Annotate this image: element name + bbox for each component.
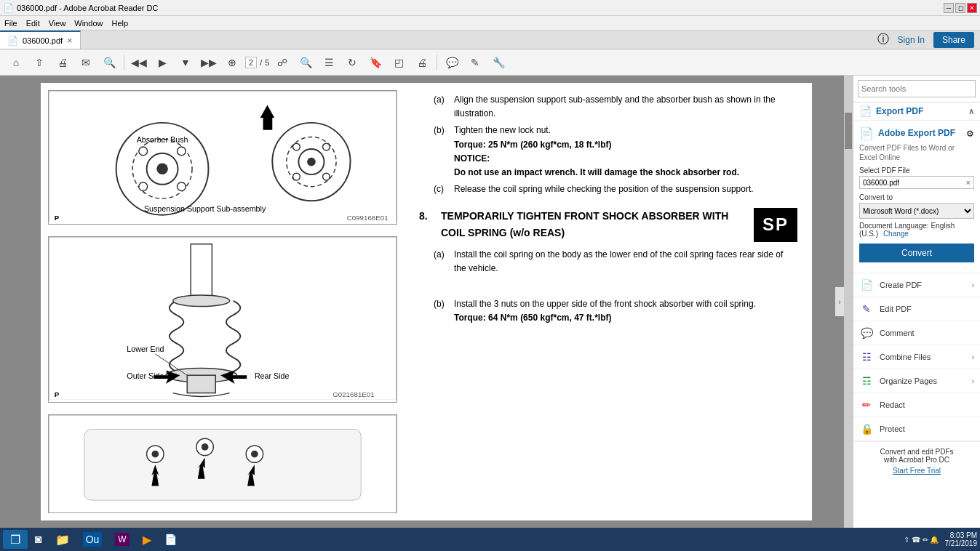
zoom-actual-button[interactable]: 🔍	[295, 52, 316, 73]
start-trial-link[interactable]: Start Free Trial	[859, 467, 974, 475]
email-button[interactable]: ✉	[76, 52, 96, 73]
menu-item-help[interactable]: Help	[111, 19, 128, 28]
first-page-button[interactable]: ◀◀	[129, 52, 149, 73]
menu-item-file[interactable]: File	[4, 19, 17, 28]
combine-files-icon: ☷	[859, 350, 874, 364]
print2-button[interactable]: 🖨	[412, 52, 432, 73]
help-icon[interactable]: ⓘ	[877, 32, 889, 47]
taskbar-folder[interactable]: 📁	[49, 530, 76, 549]
tab-label: 036000.pdf	[23, 36, 63, 45]
sidebar-edit-pdf[interactable]: ✎ Edit PDF	[853, 297, 980, 321]
search-tools-input[interactable]	[858, 80, 976, 97]
tab-close-button[interactable]: ×	[67, 35, 73, 46]
prev-page-button[interactable]: ▶	[152, 52, 172, 73]
taskbar-chrome[interactable]: ◙	[29, 530, 48, 549]
page-view-button[interactable]: ◰	[389, 52, 409, 73]
export-pdf-header[interactable]: 📄 Export PDF ∧	[853, 102, 980, 121]
outlook-icon: Ou	[83, 532, 103, 547]
rotate-button[interactable]: ↻	[342, 52, 362, 73]
svg-rect-23	[191, 244, 212, 301]
zoom-fit-button[interactable]: ☍	[272, 52, 292, 73]
taskbar-right: ⇧ ☎ ✏ 🔔 8:03 PM 7/21/2019	[904, 531, 977, 547]
taskbar: ❐ ◙ 📁 Ou W ▶ 📄 ⇧ ☎ ✏ 🔔 8:03 PM 7/21/2019	[0, 528, 980, 551]
zoom-in-button[interactable]: ⊕	[222, 52, 242, 73]
back-button[interactable]: ⇧	[29, 52, 49, 73]
total-pages: 5	[265, 58, 269, 67]
pdf-content[interactable]: Absorber Bush Suspension Support Sub-ass…	[0, 76, 853, 528]
combine-chevron-icon: ›	[972, 353, 974, 361]
export-settings-icon[interactable]: ⚙	[966, 129, 974, 139]
vlc-icon: ▶	[143, 533, 151, 547]
taskbar-vlc[interactable]: ▶	[137, 530, 157, 549]
tab-item[interactable]: 📄 036000.pdf ×	[0, 31, 81, 49]
step-8b-text: Install the 3 nuts on the upper side of …	[454, 297, 797, 311]
main-area: Absorber Bush Suspension Support Sub-ass…	[0, 76, 980, 528]
scroll-mode-button[interactable]: ☰	[319, 52, 339, 73]
step-text-a: Align the suspension support sub-assembl…	[454, 93, 797, 121]
illustration-absorber: Absorber Bush Suspension Support Sub-ass…	[48, 90, 397, 225]
collapse-panel-button[interactable]: ›	[835, 287, 844, 316]
close-button[interactable]: ✕	[967, 3, 977, 13]
bookmark-button[interactable]: 🔖	[365, 52, 386, 73]
svg-point-42	[251, 450, 258, 457]
change-lang-link[interactable]: Change	[883, 230, 909, 238]
print-button[interactable]: 🖨	[52, 52, 73, 73]
selected-file-name: 036000.pdf	[863, 179, 963, 187]
minimize-button[interactable]: ─	[944, 3, 954, 13]
taskbar-outlook[interactable]: Ou	[77, 530, 108, 549]
title-bar-left: 📄 036000.pdf - Adobe Acrobat Reader DC	[3, 3, 158, 13]
svg-point-8	[139, 182, 148, 191]
taskbar-watv[interactable]: W	[109, 530, 135, 549]
comment-icon[interactable]: 💬	[442, 52, 462, 73]
page-separator: /	[260, 58, 262, 67]
illustration-coilspring: Lower End Outer Side Rear Side P G021681…	[48, 236, 397, 403]
sidebar-redact[interactable]: ✏ Redact	[853, 393, 980, 417]
next-page-button[interactable]: ▼	[175, 52, 196, 73]
tab-bar-right: ⓘ Sign In Share	[877, 31, 980, 49]
sidebar-organize-pages[interactable]: ☶ Organize Pages ›	[853, 369, 980, 393]
sign-in-button[interactable]: Sign In	[898, 35, 925, 45]
home-button[interactable]: ⌂	[6, 52, 26, 73]
start-button[interactable]: ❐	[3, 530, 28, 549]
folder-icon: 📁	[55, 533, 70, 547]
tab-bar: 📄 036000.pdf × ⓘ Sign In Share	[0, 31, 980, 49]
export-brand-icon: 📄	[859, 126, 874, 140]
svg-point-17	[323, 173, 330, 180]
svg-text:G021681E01: G021681E01	[332, 390, 374, 398]
last-page-button[interactable]: ▶▶	[199, 52, 219, 73]
share-button[interactable]: Share	[933, 32, 974, 48]
menu-item-view[interactable]: View	[49, 19, 66, 28]
selected-file-row: 036000.pdf ×	[859, 176, 974, 189]
taskbar-acrobat[interactable]: 📄	[159, 530, 183, 549]
menu-bar: File Edit View Window Help	[0, 16, 980, 31]
menu-item-window[interactable]: Window	[74, 19, 103, 28]
step-8-header: 8. TEMPORARILY TIGHTEN FRONT SHOCK ABSOR…	[419, 208, 797, 241]
convert-button[interactable]: Convert	[859, 244, 974, 262]
sidebar-combine-files[interactable]: ☷ Combine Files ›	[853, 345, 980, 369]
pen-icon[interactable]: ✎	[465, 52, 485, 73]
edit-pdf-icon: ✎	[859, 302, 874, 316]
pdf-scrollbar[interactable]	[844, 76, 853, 528]
pdf-scroll-thumb[interactable]	[845, 113, 852, 149]
svg-text:P: P	[55, 214, 60, 222]
sidebar-protect[interactable]: 🔒 Protect	[853, 417, 980, 441]
step-8b-section: (b) Install the 3 nuts on the upper side…	[419, 297, 797, 325]
organize-pages-icon: ☶	[859, 374, 874, 388]
convert-to-select[interactable]: Microsoft Word (*.docx)	[859, 203, 974, 219]
tools-icon[interactable]: 🔧	[488, 52, 509, 73]
sidebar-comment[interactable]: 💬 Comment	[853, 321, 980, 345]
export-brand-row: 📄 Adobe Export PDF ⚙	[859, 126, 974, 140]
create-pdf-icon: 📄	[859, 278, 874, 292]
search-button[interactable]: 🔍	[99, 52, 119, 73]
title-bar-controls[interactable]: ─ ◻ ✕	[944, 3, 977, 13]
maximize-button[interactable]: ◻	[955, 3, 965, 13]
remove-file-button[interactable]: ×	[966, 178, 971, 187]
svg-text:P: P	[55, 390, 60, 398]
svg-point-24	[173, 295, 230, 307]
step-8a: (a) Install the coil spring on the body …	[434, 248, 797, 276]
svg-point-6	[139, 147, 148, 156]
menu-item-edit[interactable]: Edit	[26, 19, 40, 28]
svg-rect-36	[84, 429, 361, 500]
sidebar-create-pdf[interactable]: 📄 Create PDF ›	[853, 273, 980, 297]
export-pdf-icon: 📄	[859, 105, 872, 117]
